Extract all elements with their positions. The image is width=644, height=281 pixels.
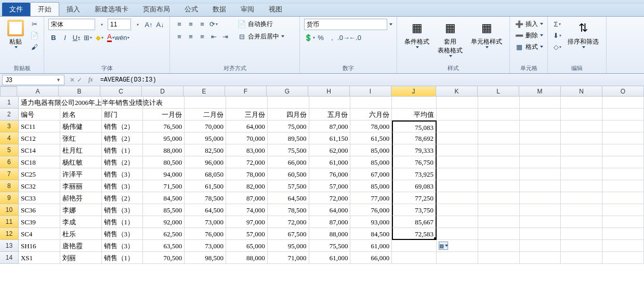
conditional-format-button[interactable]: ▦条件格式 [401,19,432,49]
cell-K6[interactable] [437,156,478,168]
cell-I14[interactable]: 66,000 [350,252,392,264]
cell-H1[interactable] [309,97,351,109]
cell-I8[interactable]: 85,000 [350,180,392,192]
chevron-down-icon[interactable] [281,35,284,37]
chevron-down-icon[interactable]: ▼ [56,77,61,83]
underline-button[interactable]: U [71,32,82,43]
cell-I12[interactable]: 84,500 [350,228,392,240]
cell-O13[interactable] [602,240,644,252]
cell-L9[interactable] [478,192,520,204]
format-cells-button[interactable]: 格式 [525,43,538,51]
cell-M10[interactable] [520,204,561,216]
row-header-13[interactable]: 13 [0,240,19,252]
delete-cells-button[interactable]: 删除 [525,31,538,40]
cell-J2[interactable]: 平均值 [392,109,437,121]
cell-B13[interactable]: 唐艳霞 [60,240,102,252]
font-name-select[interactable] [48,19,95,30]
font-name-dropdown[interactable] [96,19,107,30]
cell-K5[interactable] [437,144,478,156]
cell-O10[interactable] [602,204,644,216]
tab-data[interactable]: 数据 [205,3,233,16]
cell-M11[interactable] [520,216,561,228]
cell-N4[interactable] [561,132,602,144]
cell-H5[interactable]: 62,000 [309,144,351,156]
cell-N2[interactable] [561,109,602,121]
cell-D7[interactable]: 94,000 [143,168,185,180]
fill-button[interactable]: ⬇ [552,30,562,41]
column-header-M[interactable]: M [519,86,561,97]
cell-A11[interactable]: SC39 [19,216,60,228]
cell-A13[interactable]: SH16 [19,240,60,252]
cut-button[interactable]: ✂ [29,19,40,29]
cell-N5[interactable] [561,144,602,156]
column-header-L[interactable]: L [478,86,519,97]
column-header-C[interactable]: C [100,86,142,97]
cell-H7[interactable]: 76,000 [309,168,351,180]
cell-H2[interactable]: 五月份 [309,109,351,121]
tab-home[interactable]: 开始 [30,2,59,16]
cell-M7[interactable] [520,168,561,180]
format-painter-button[interactable]: 🖌 [29,42,40,52]
chevron-down-icon[interactable] [540,46,543,48]
column-header-G[interactable]: G [267,86,308,97]
cell-N3[interactable] [561,121,602,132]
cell-B8[interactable]: 李丽丽 [60,180,102,192]
cell-H11[interactable]: 87,000 [309,216,351,228]
cell-L3[interactable] [478,121,520,132]
cell-H8[interactable]: 57,000 [309,180,351,192]
cell-C2[interactable]: 部门 [102,109,143,121]
cell-J10[interactable]: 73,750 [392,204,437,216]
column-header-E[interactable]: E [183,86,225,97]
cell-J13[interactable] [392,240,437,252]
number-format-select[interactable] [304,19,387,30]
cell-B4[interactable]: 张红 [60,132,102,144]
cell-G4[interactable]: 89,500 [268,132,309,144]
column-header-N[interactable]: N [561,86,602,97]
cell-M13[interactable] [520,240,561,252]
phonetic-button[interactable]: wén [117,32,127,43]
select-all-corner[interactable] [0,86,17,97]
cell-A5[interactable]: SC14 [19,144,60,156]
align-center-button[interactable]: ≡ [186,31,196,42]
cell-K2[interactable] [437,109,478,121]
cell-I7[interactable]: 67,000 [350,168,392,180]
cell-F5[interactable]: 83,000 [226,144,268,156]
cell-N12[interactable] [561,228,602,240]
cell-M6[interactable] [520,156,561,168]
cell-N1[interactable] [561,97,602,109]
fx-icon[interactable]: fx [85,76,96,84]
cell-L11[interactable] [478,216,520,228]
cell-N9[interactable] [561,192,602,204]
cell-F3[interactable]: 64,000 [226,121,268,132]
cell-A14[interactable]: XS1 [19,252,60,264]
cell-J4[interactable]: 78,692 [392,132,437,144]
cell-L14[interactable] [478,252,520,264]
cell-N13[interactable] [561,240,602,252]
row-header-5[interactable]: 5 [0,144,19,156]
tab-view[interactable]: 视图 [261,3,290,16]
cell-F13[interactable]: 65,000 [226,240,268,252]
cell-O9[interactable] [602,192,644,204]
cancel-formula-button[interactable]: ✕ [70,76,75,84]
column-header-I[interactable]: I [350,86,391,97]
cell-G3[interactable]: 75,000 [268,121,309,132]
copy-button[interactable]: 📄 [29,30,40,41]
cell-D11[interactable]: 92,000 [143,216,185,228]
row-header-8[interactable]: 8 [0,180,19,192]
cell-H12[interactable]: 88,000 [309,228,351,240]
cell-G10[interactable]: 78,500 [268,204,309,216]
decrease-font-button[interactable]: A↓ [155,19,165,30]
cell-M9[interactable] [520,192,561,204]
cell-D6[interactable]: 80,500 [143,156,185,168]
column-header-A[interactable]: A [17,86,59,97]
cell-C1[interactable] [102,97,143,109]
cell-A9[interactable]: SC33 [19,192,60,204]
cell-L5[interactable] [478,144,520,156]
cell-E6[interactable]: 96,000 [185,156,226,168]
cell-E14[interactable]: 98,500 [185,252,226,264]
cell-O14[interactable] [602,252,644,264]
cell-E2[interactable]: 二月份 [185,109,226,121]
cell-C8[interactable]: 销售（3） [102,180,143,192]
cell-M2[interactable] [520,109,561,121]
increase-decimal-button[interactable]: .0→ [338,32,349,43]
